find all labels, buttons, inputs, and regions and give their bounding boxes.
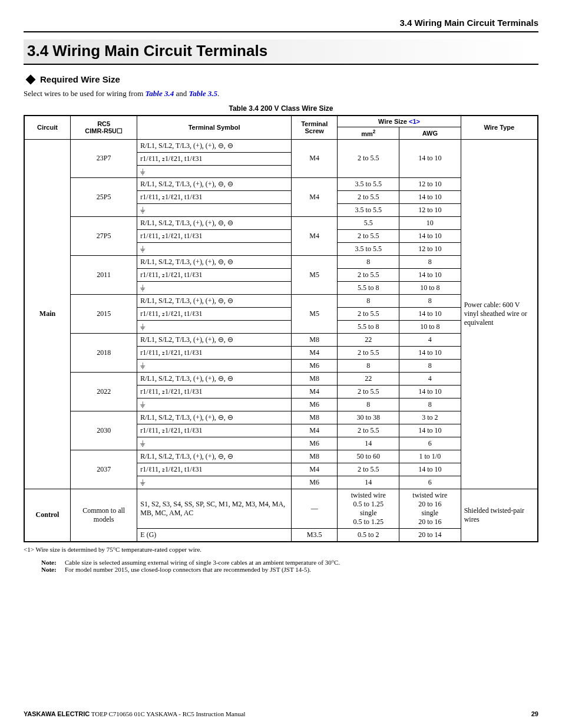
cell-awg: 14 to 10 [399, 307, 461, 320]
cell-awg: twisted wire 20 to 16 single 20 to 16 [399, 489, 461, 528]
cell-model: 23P7 [70, 139, 137, 177]
header-section-title: 3.4 Wiring Main Circuit Terminals [24, 18, 538, 28]
cell-wiretype-main: Power cable: 600 V vinyl sheathed wire o… [461, 139, 538, 489]
cell-ground-icon: ⏚ [137, 203, 292, 216]
cell-model: 25P5 [70, 177, 137, 216]
cell-screw: M5 [291, 294, 337, 333]
cell-awg: 14 to 10 [399, 463, 461, 476]
notes-block: Note:Cable size is selected assuming ext… [41, 559, 538, 573]
th-circuit: Circuit [24, 116, 70, 139]
cell-sym: r1/ℓ11, ₂1/ℓ21, t1/ℓ31 [137, 346, 292, 359]
note-label: Note: [41, 566, 65, 573]
intro-pre: Select wires to be used for wiring from [24, 89, 146, 98]
cell-mm: 8 [338, 255, 399, 268]
cell-model: 2022 [70, 372, 137, 411]
cell-mm: 50 to 60 [338, 450, 399, 463]
link-table-3-5[interactable]: Table 3.5 [189, 89, 217, 98]
cell-mm: 22 [338, 333, 399, 346]
th-wire-size: Wire Size <1> [338, 116, 461, 127]
cell-model: 2015 [70, 294, 137, 333]
cell-mm: 22 [338, 372, 399, 385]
cell-sym: r1/ℓ11, ₂1/ℓ21, t1/ℓ31 [137, 307, 292, 320]
cell-circuit-main: Main [24, 139, 70, 489]
table-footnote: <1> Wire size is determined by 75°C temp… [24, 546, 538, 553]
wire-size-table: Circuit RC5 CIMR-R5U☐ Terminal Symbol Te… [24, 115, 538, 542]
cell-mm: 3.5 to 5.5 [338, 203, 399, 216]
cell-screw: M4 [291, 424, 337, 437]
cell-mm: 5.5 to 8 [338, 281, 399, 294]
cell-awg: 10 to 8 [399, 320, 461, 333]
th-wire-size-text: Wire Size [378, 118, 409, 125]
circuit-main-text: Main [39, 309, 55, 318]
cell-awg: 12 to 10 [399, 242, 461, 255]
cell-mm: 30 to 38 [338, 411, 399, 424]
cell-awg: 12 to 10 [399, 177, 461, 190]
cell-screw: M8 [291, 372, 337, 385]
cell-sym: r1/ℓ11, ₂1/ℓ21, t1/ℓ31 [137, 190, 292, 203]
cell-sym: R/L1, S/L2, T/L3, (+), (+), ⊖, ⊖ [137, 255, 292, 268]
cell-screw: M4 [291, 216, 337, 255]
cell-sym: R/L1, S/L2, T/L3, (+), (+), ⊖, ⊖ [137, 450, 292, 463]
th-rc5-top: RC5 [97, 120, 110, 127]
intro-post: . [217, 89, 219, 98]
cell-mm: 2 to 5.5 [338, 190, 399, 203]
page-title: 3.4 Wiring Main Circuit Terminals [24, 39, 538, 65]
cell-awg: 4 [399, 372, 461, 385]
cell-sym: R/L1, S/L2, T/L3, (+), (+), ⊖, ⊖ [137, 411, 292, 424]
cell-sym: r1/ℓ11, ₂1/ℓ21, t1/ℓ31 [137, 229, 292, 242]
th-mm2: mm2 [338, 127, 399, 140]
cell-ground-icon: ⏚ [137, 281, 292, 294]
cell-screw: M6 [291, 476, 337, 489]
cell-awg: 14 to 10 [399, 385, 461, 398]
cell-sym: R/L1, S/L2, T/L3, (+), (+), ⊖, ⊖ [137, 294, 292, 307]
subheading-text: Required Wire Size [40, 74, 120, 84]
cell-awg: 1 to 1/0 [399, 450, 461, 463]
th-rc5: RC5 CIMR-R5U☐ [70, 116, 137, 139]
cell-awg: 6 [399, 476, 461, 489]
cell-mm: 3.5 to 5.5 [338, 177, 399, 190]
cell-sym: S1, S2, S3, S4, SS, SP, SC, M1, M2, M3, … [137, 489, 292, 528]
cell-screw: M8 [291, 450, 337, 463]
cell-sym: R/L1, S/L2, T/L3, (+), (+), ⊖, ⊖ [137, 333, 292, 346]
cell-mm: 2 to 5.5 [338, 346, 399, 359]
cell-awg: 3 to 2 [399, 411, 461, 424]
intro-paragraph: Select wires to be used for wiring from … [24, 89, 538, 98]
cell-mm: 2 to 5.5 [338, 424, 399, 437]
cell-model: Common to all models [70, 489, 137, 542]
cell-mm: 2 to 5.5 [338, 139, 399, 177]
cell-awg: 8 [399, 255, 461, 268]
cell-mm: 8 [338, 294, 399, 307]
cell-sym: R/L1, S/L2, T/L3, (+), (+), ⊖, ⊖ [137, 372, 292, 385]
table-row: Control Common to all models S1, S2, S3,… [24, 489, 538, 528]
table-row: Main 23P7 R/L1, S/L2, T/L3, (+), (+), ⊖,… [24, 139, 538, 152]
cell-awg: 8 [399, 294, 461, 307]
th-mm2-text: mm [361, 130, 373, 137]
cell-sym: r1/ℓ11, ₂1/ℓ21, t1/ℓ31 [137, 385, 292, 398]
cell-mm: 14 [338, 476, 399, 489]
note-2: Note:For model number 2015, use closed-l… [41, 566, 538, 573]
cell-model: 2037 [70, 450, 137, 489]
note-text: For model number 2015, use closed-loop c… [65, 566, 311, 573]
cell-ground-icon: ⏚ [137, 359, 292, 372]
note-label: Note: [41, 559, 65, 566]
cell-mm: 5.5 to 8 [338, 320, 399, 333]
cell-circuit-control: Control [24, 489, 70, 542]
cell-mm: 5.5 [338, 216, 399, 229]
cell-model: 27P5 [70, 216, 137, 255]
cell-mm: 2 to 5.5 [338, 268, 399, 281]
cell-ground-icon: ⏚ [137, 476, 292, 489]
header-rule [24, 31, 538, 32]
cell-mm: 2 to 5.5 [338, 229, 399, 242]
cell-sym: r1/ℓ11, ₂1/ℓ21, t1/ℓ31 [137, 463, 292, 476]
link-table-3-4[interactable]: Table 3.4 [146, 89, 174, 98]
cell-awg: 14 to 10 [399, 229, 461, 242]
cell-sym: r1/ℓ11, ₂1/ℓ21, t1/ℓ31 [137, 268, 292, 281]
table-header-row: Circuit RC5 CIMR-R5U☐ Terminal Symbol Te… [24, 116, 538, 127]
cell-ground-icon: ⏚ [137, 165, 292, 177]
cell-sym: R/L1, S/L2, T/L3, (+), (+), ⊖, ⊖ [137, 177, 292, 190]
cell-ground-icon: ⏚ [137, 320, 292, 333]
cell-screw: M4 [291, 463, 337, 476]
cell-mm: twisted wire 0.5 to 1.25 single 0.5 to 1… [338, 489, 399, 528]
cell-wiretype-control: Shielded twisted-pair wires [461, 489, 538, 542]
cell-screw: M4 [291, 385, 337, 398]
